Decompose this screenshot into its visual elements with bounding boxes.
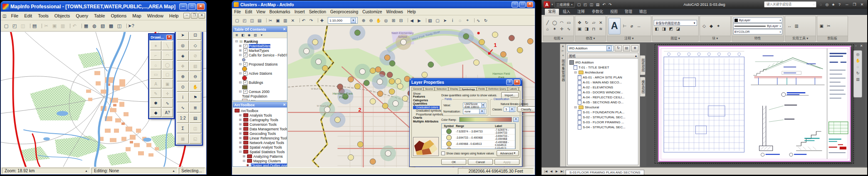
mapinfo-new-browser[interactable]: ▦ — [82, 22, 90, 30]
map-scale-combo[interactable]: 1:10,000▼ — [328, 17, 358, 24]
layer-checkbox[interactable]: ✓ — [243, 53, 247, 57]
main-select-tool[interactable]: ➤ — [177, 32, 189, 40]
dialog-tab-selection[interactable]: Selection — [435, 87, 448, 90]
sheet-item-a-05-sections-and-d[interactable]: A-05 - SECTIONS AND D... — [569, 100, 637, 105]
mtext-icon[interactable]: A — [608, 18, 621, 34]
sheets-tab-label[interactable]: 图纸 — [569, 54, 576, 58]
dialog-tab-symbology[interactable]: Symbology — [460, 87, 477, 90]
arcmap-menu-file[interactable]: File — [232, 9, 243, 15]
ribbon-panel-caption[interactable]: 图层 ▾ — [653, 36, 698, 41]
ribbon-panel-caption[interactable]: 注释 ▾ — [607, 36, 651, 41]
sheet-item-a-04-reflected-ceili[interactable]: A-04 - REFLECTED CEILI... — [569, 95, 637, 100]
expand-toggle-icon[interactable]: ⊞ — [238, 113, 242, 117]
property-select-1[interactable]: ByLayer▾ — [733, 17, 782, 23]
ribbon-tool-icon-item-6[interactable]: ✶ — [551, 26, 558, 32]
sheet-item-a-02-elevations[interactable]: A-02 - ELEVATIONS — [569, 85, 637, 90]
ribbon-tool-icon-item-1[interactable]: ◇ — [701, 23, 707, 29]
toolbox-item-spatial-analyst-tools[interactable]: ⊞Spatial Analyst Tools — [233, 145, 287, 149]
arcmap-print[interactable]: ▤ — [256, 17, 263, 24]
ribbon-panel-caption[interactable]: 剪贴板 — [817, 36, 848, 41]
color-ramp-select[interactable] — [459, 117, 512, 122]
viewport-minimize[interactable]: – — [848, 44, 853, 48]
arcmap-paste[interactable]: ▥ — [282, 17, 289, 24]
ribbon-tab-item[interactable]: 输出 — [636, 8, 650, 15]
qat-redo[interactable]: ↷ — [607, 2, 613, 7]
close-button[interactable]: ✕ — [197, 3, 205, 10]
main-marquee-select-tool[interactable]: ⊡ — [189, 32, 201, 40]
expand-toggle-icon[interactable]: ⊞ — [238, 122, 242, 126]
infocenter-subscription-center[interactable]: ◎ — [824, 2, 830, 7]
toolbox-item-arctoolbox[interactable]: ArcToolbox — [233, 108, 287, 113]
expand-toggle-icon[interactable]: ⊟ — [238, 62, 242, 66]
expand-toggle-icon[interactable]: ⊟ — [242, 159, 246, 163]
arcmap-fixed-zoom-in[interactable]: ⊞ — [390, 17, 397, 24]
main-info-tool[interactable]: i — [177, 92, 189, 102]
sample-checkbox[interactable] — [441, 152, 445, 155]
ribbon-panel-caption[interactable]: 绘图 ▾ — [543, 36, 574, 41]
mapinfo-new-mapper[interactable]: ◍ — [90, 22, 99, 30]
ribbon-tool-icon-item-7[interactable]: ✛ — [559, 26, 565, 32]
dialog-tab-labels[interactable]: Labels — [508, 87, 519, 90]
arcmap-measure[interactable]: ∿ — [475, 17, 482, 24]
toolbox-item-spatial-statistics-tools[interactable]: ⊟Spatial Statistics Tools — [233, 149, 287, 154]
arcmap-redo[interactable]: ↷ — [307, 17, 315, 24]
show-option-graduated-symbols[interactable]: Graduated symbols — [413, 109, 440, 113]
sheet-item-as-01-arch-site-plan[interactable]: AS-01 - ARCH SITE PLAN — [569, 75, 637, 80]
dialog-tab-fields[interactable]: Fields — [477, 87, 487, 90]
arcmap-copy[interactable]: ▣ — [274, 17, 282, 24]
expand-toggle-icon[interactable]: ⊞ — [238, 145, 242, 149]
ribbon-tab-item[interactable]: 注释 — [574, 8, 588, 15]
ribbon-tab-item[interactable]: 管理 — [621, 8, 636, 15]
sheet-item-architectural[interactable]: ⊟Architectural — [569, 70, 637, 75]
expand-toggle-icon[interactable]: ⊞ — [238, 136, 242, 140]
details-icon[interactable]: ≣ — [631, 45, 638, 51]
infocenter-favorites[interactable]: ★ — [830, 2, 836, 7]
class-row-3[interactable]: -0.490968 - 0.634513-0.490968 - 0.634513 — [442, 141, 515, 147]
main-change-view[interactable]: ⊙ — [177, 82, 189, 92]
palette-tab-item[interactable]: 模型视图 — [640, 77, 645, 97]
minimize-button[interactable]: ─ — [512, 2, 518, 7]
normalization-select[interactable]: none▼ — [463, 109, 486, 114]
ribbon-tool-icon-item-2[interactable]: ◯ — [551, 20, 558, 26]
sheet-item-ird-addition[interactable]: IRD Addition — [569, 60, 637, 65]
main-polygon-select-tool[interactable]: ◇ — [189, 40, 201, 50]
toolbox-item-analysis-tools[interactable]: ⊞Analysis Tools — [233, 113, 287, 117]
value-select[interactable]: LMiZScore IDW 136011▼ — [463, 103, 486, 108]
show-option-graduated-colors[interactable]: Graduated colors — [413, 106, 440, 110]
properties-icon[interactable]: ≡ — [562, 54, 564, 57]
ribbon-tool-icon-item-6[interactable]: ◨ — [584, 26, 590, 32]
toolbox-item-mapping-clusters[interactable]: ⊟Mapping Clusters — [233, 159, 287, 163]
main-radius-select-tool[interactable]: ◎ — [177, 40, 189, 50]
restore-button[interactable]: ❐ — [851, 2, 858, 7]
close-button[interactable]: ✕ — [859, 2, 865, 7]
toolbox-item-linear-referencing-tools[interactable]: ⊞Linear Referencing Tools — [233, 136, 287, 140]
toc-list-by-selection[interactable]: ▧ — [253, 32, 258, 37]
sheet-item-s-04-structural-sec[interactable]: S-04 - STRUCTURAL SEC... — [569, 125, 637, 130]
workspace-switcher[interactable]: 三维建模▾ — [554, 1, 575, 8]
show-option-multiple-attributes[interactable]: Multiple Attributes — [413, 120, 440, 124]
layout-nav-3[interactable]: ▶ — [554, 170, 559, 173]
arcmap-menu-selection[interactable]: Selection — [307, 9, 328, 15]
ribbon-tool-icon-item-1[interactable]: ╱ — [544, 20, 551, 26]
show-option-proportional-symbols[interactable]: Proportional symbols — [413, 113, 440, 117]
drawing-symbol-style[interactable]: ✱ — [150, 98, 161, 108]
ribbon-tab-item[interactable]: 常用 — [545, 8, 559, 15]
drawing-text-style[interactable]: A? — [162, 108, 173, 117]
toolbox-item-cluster-and-outlier-analysis-anselin-local-morans-i[interactable]: ✱Cluster and Outlier Analysis (Anselin L… — [233, 163, 287, 166]
toc-item-census-2000[interactable]: ⊟✓Census 2000 — [233, 89, 287, 94]
arcmap-menu-insert[interactable]: Insert — [292, 9, 307, 15]
close-button[interactable]: ✕ — [527, 2, 533, 7]
drawing-region-style[interactable]: ◆ — [150, 108, 161, 117]
infocenter-search[interactable]: ◌ — [818, 2, 824, 7]
expand-toggle-icon[interactable]: ⊟ — [574, 71, 577, 74]
dialog-tab-source[interactable]: Source — [423, 87, 435, 90]
toc-list-by-drawing-order[interactable]: ≣ — [234, 32, 239, 37]
expand-toggle-icon[interactable]: ⊟ — [238, 150, 242, 154]
dialog-tab-definition-query[interactable]: Definition Query — [487, 87, 508, 90]
show-option-quantities[interactable]: Quantities — [413, 102, 440, 106]
expand-toggle-icon[interactable]: ⊟ — [235, 39, 238, 43]
toc-item-low[interactable]: Low — [233, 98, 287, 100]
ribbon-tab-item[interactable]: 视图 — [607, 8, 621, 15]
show-option-charts[interactable]: Charts — [413, 116, 440, 120]
palette-tab-item[interactable]: 图纸视图 — [640, 55, 645, 75]
